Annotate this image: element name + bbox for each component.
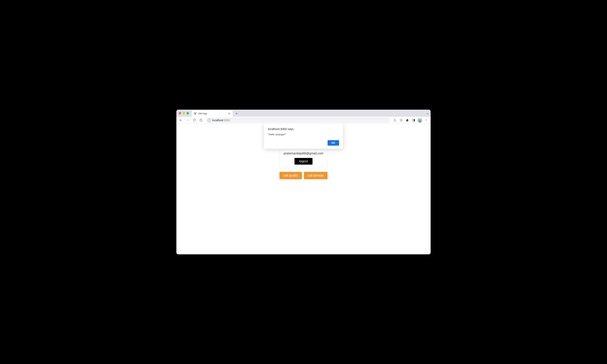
user-email: pratamaniteja66@gmail.com bbox=[284, 152, 323, 155]
toolbar: i localhost:3000 bbox=[176, 117, 431, 124]
site-info-icon[interactable]: i bbox=[208, 119, 211, 122]
nav-back-button[interactable] bbox=[178, 117, 184, 123]
url-text: localhost:3000 bbox=[212, 119, 230, 122]
toolbar-right bbox=[392, 117, 429, 123]
alert-actions: OK bbox=[268, 140, 339, 146]
title-bar: Vite App bbox=[176, 110, 431, 117]
logout-button[interactable]: logout bbox=[294, 158, 313, 165]
new-tab-button[interactable] bbox=[234, 111, 239, 116]
alert-dialog: localhost:3000 says "Hello stranger!" OK bbox=[264, 124, 343, 149]
side-panel-button[interactable] bbox=[411, 117, 417, 123]
browser-menu-button[interactable] bbox=[423, 117, 429, 123]
profile-avatar[interactable] bbox=[417, 117, 423, 123]
alert-message: "Hello stranger!" bbox=[268, 133, 339, 136]
share-button[interactable] bbox=[392, 117, 398, 123]
svg-point-5 bbox=[426, 121, 426, 121]
window-controls bbox=[179, 112, 192, 117]
svg-point-4 bbox=[426, 120, 426, 120]
window-minimize-button[interactable] bbox=[183, 112, 185, 114]
extensions-button[interactable] bbox=[404, 117, 410, 123]
window-close-button[interactable] bbox=[179, 112, 181, 114]
call-private-button[interactable]: call /private bbox=[304, 172, 328, 179]
browser-window: Vite App i localho bbox=[176, 110, 431, 254]
url-host: localhost bbox=[212, 119, 223, 122]
call-public-button[interactable]: call /public bbox=[279, 172, 302, 179]
nav-reload-button[interactable] bbox=[191, 117, 197, 123]
window-maximize-button[interactable] bbox=[186, 112, 189, 114]
browser-tab[interactable]: Vite App bbox=[192, 110, 233, 117]
bookmark-button[interactable] bbox=[398, 117, 404, 123]
svg-rect-1 bbox=[414, 119, 415, 121]
title-bar-right bbox=[426, 113, 431, 117]
nav-home-button[interactable] bbox=[198, 117, 204, 123]
action-buttons-row: call /public call /private bbox=[279, 172, 328, 179]
svg-point-2 bbox=[419, 120, 421, 121]
avatar-icon bbox=[418, 118, 422, 123]
viewport: pratamaniteja66@gmail.com logout call /p… bbox=[176, 124, 431, 254]
tab-title: Vite App bbox=[198, 112, 226, 115]
tab-close-button[interactable] bbox=[228, 112, 231, 115]
user-card: pratamaniteja66@gmail.com logout bbox=[279, 148, 328, 168]
nav-forward-button[interactable] bbox=[185, 117, 190, 123]
svg-point-3 bbox=[426, 119, 426, 119]
chevron-down-icon[interactable] bbox=[426, 113, 429, 115]
address-bar[interactable]: i localhost:3000 bbox=[206, 117, 390, 123]
alert-ok-button[interactable]: OK bbox=[328, 140, 339, 146]
vite-favicon-icon bbox=[194, 112, 197, 115]
alert-title: localhost:3000 says bbox=[268, 127, 339, 130]
url-port: :3000 bbox=[223, 119, 230, 122]
